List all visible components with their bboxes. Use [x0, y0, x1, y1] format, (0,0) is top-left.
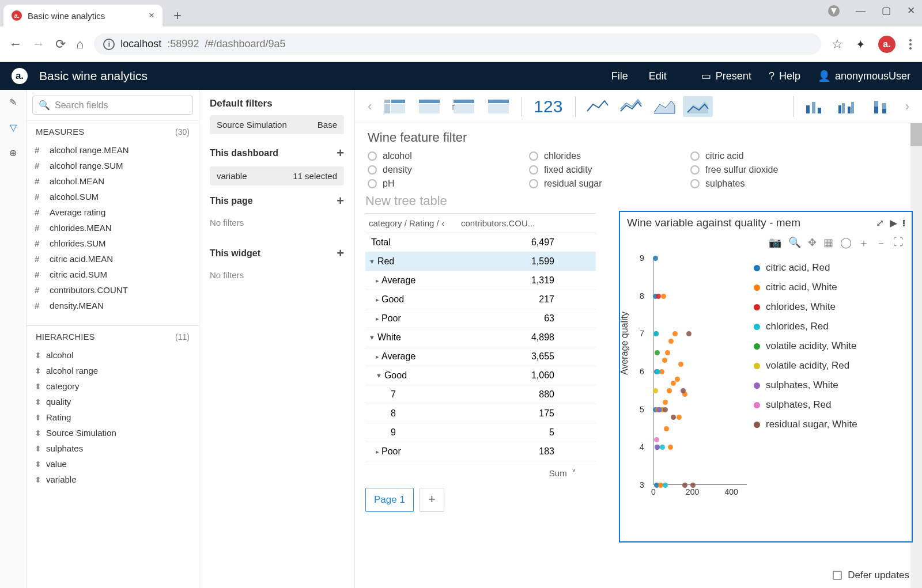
legend-item[interactable]: citric acid, White — [754, 278, 907, 297]
data-point[interactable] — [663, 483, 668, 488]
data-point[interactable] — [665, 350, 670, 355]
data-point[interactable] — [655, 445, 660, 450]
hierarchy-item[interactable]: ⬍Rating — [35, 409, 199, 425]
measure-item[interactable]: #alcohol range.SUM — [35, 158, 199, 173]
viz-pivot-icon[interactable] — [380, 96, 410, 117]
data-point[interactable] — [656, 407, 662, 412]
legend-item[interactable]: chlorides, Red — [754, 317, 907, 336]
play-icon[interactable]: ▶ — [890, 217, 897, 229]
maximize-icon[interactable]: ▢ — [882, 5, 891, 17]
page-1-tab[interactable]: Page 1 — [365, 488, 414, 512]
legend-item[interactable]: volatile acidity, White — [754, 336, 907, 356]
more-icon[interactable] — [903, 219, 905, 227]
legend-item[interactable]: volatile acidity, Red — [754, 356, 907, 375]
data-point[interactable] — [668, 339, 674, 344]
help-button[interactable]: ?Help — [769, 70, 800, 82]
table-row[interactable]: 7880 — [365, 385, 596, 404]
data-point[interactable] — [653, 331, 659, 336]
data-point[interactable] — [690, 483, 696, 488]
extensions-icon[interactable]: ✦ — [856, 37, 866, 51]
present-button[interactable]: ▭Present — [701, 70, 751, 82]
add-widget-filter-icon[interactable]: + — [337, 246, 344, 261]
legend-item[interactable]: citric acid, Red — [754, 258, 907, 278]
data-point[interactable] — [677, 415, 682, 420]
table-footer[interactable]: Sum ˅ — [365, 465, 596, 482]
viz-multiline-icon[interactable] — [616, 96, 646, 117]
data-point[interactable] — [667, 388, 672, 393]
measure-item[interactable]: #chlorides.MEAN — [35, 220, 199, 236]
scroll-left-icon[interactable]: ‹ — [364, 99, 375, 114]
source-simulation-filter[interactable]: Source Simulation Base — [210, 115, 344, 134]
data-point[interactable] — [663, 407, 668, 412]
feature-checkbox[interactable]: alcohol — [368, 151, 529, 161]
feature-checkbox[interactable]: chlorides — [529, 151, 690, 161]
add-page-filter-icon[interactable]: + — [337, 194, 344, 208]
data-point[interactable] — [653, 256, 658, 261]
measure-item[interactable]: #chlorides.SUM — [35, 236, 199, 251]
search-fields-input[interactable]: 🔍 Search fields — [32, 96, 193, 115]
data-point[interactable] — [675, 377, 680, 382]
url-input[interactable]: i localhost:58992/#/dashboard/9a5 — [94, 33, 821, 55]
table-row[interactable]: ▼ Red1,599 — [365, 252, 596, 271]
filter-icon[interactable]: ▽ — [7, 121, 20, 134]
scatter-panel[interactable]: Wine variable against quality - mem ⤢ ▶ … — [619, 211, 913, 543]
viz-bar-grouped-icon[interactable] — [834, 96, 864, 117]
data-point[interactable] — [656, 294, 661, 299]
incognito-icon[interactable]: ▼ — [828, 5, 840, 17]
feature-checkbox[interactable]: fixed acidity — [529, 165, 690, 175]
reload-icon[interactable]: ⟳ — [55, 37, 66, 52]
viz-area-stacked-icon[interactable] — [683, 96, 713, 117]
expand-icon[interactable]: ⤢ — [876, 217, 884, 229]
autoscale-icon[interactable]: ⛶ — [893, 236, 904, 250]
table-row[interactable]: Total6,497 — [365, 233, 596, 252]
legend-item[interactable]: sulphates, White — [754, 375, 907, 395]
viz-grid-icon[interactable] — [483, 96, 513, 117]
hierarchy-item[interactable]: ⬍category — [35, 378, 199, 394]
forward-icon[interactable]: → — [32, 37, 45, 52]
feature-checkbox[interactable]: citric acid — [690, 151, 852, 161]
viz-area-icon[interactable] — [649, 96, 679, 117]
table-row[interactable]: 95 — [365, 423, 596, 442]
feature-checkbox[interactable]: density — [368, 165, 529, 175]
data-point[interactable] — [661, 294, 666, 299]
measure-item[interactable]: #Average rating — [35, 204, 199, 220]
defer-updates[interactable]: Defer updates — [833, 570, 909, 581]
col-category[interactable]: category / Rating / ‹ — [365, 214, 458, 233]
viz-bar-stacked-icon[interactable] — [867, 96, 897, 117]
measure-item[interactable]: #contributors.COUNT — [35, 282, 199, 298]
back-icon[interactable]: ← — [9, 37, 22, 52]
viz-table-icon[interactable] — [414, 96, 444, 117]
viz-number-icon[interactable]: 123 — [529, 97, 567, 116]
legend-item[interactable]: residual sugar, White — [754, 415, 907, 434]
data-point[interactable] — [686, 331, 692, 336]
data-point[interactable] — [681, 388, 686, 393]
table-row[interactable]: ▸ Average1,319 — [365, 271, 596, 290]
add-page-button[interactable]: + — [420, 488, 444, 512]
data-point[interactable] — [671, 415, 676, 420]
data-point[interactable] — [678, 362, 683, 367]
pan-icon[interactable]: ✥ — [808, 236, 817, 250]
table-body[interactable]: Total6,497▼ Red1,599▸ Average1,319▸ Good… — [365, 233, 596, 465]
hierarchies-header[interactable]: HIERARCHIES (11) — [27, 325, 199, 346]
measure-item[interactable]: #alcohol range.MEAN — [35, 142, 199, 158]
lasso-icon[interactable]: ◯ — [840, 236, 852, 250]
bookmark-icon[interactable]: ☆ — [832, 37, 843, 52]
data-point[interactable] — [663, 400, 668, 405]
legend-item[interactable]: chlorides, White — [754, 297, 907, 317]
table-row[interactable]: ▸ Poor183 — [365, 442, 596, 461]
measures-header[interactable]: MEASURES (30) — [27, 120, 199, 141]
chart-area[interactable]: Average quality 34567890200400 — [622, 255, 749, 508]
data-point[interactable] — [662, 358, 667, 363]
hierarchy-item[interactable]: ⬍variable — [35, 472, 199, 487]
plugin-icon[interactable]: ⊕ — [7, 146, 20, 159]
data-point[interactable] — [653, 388, 658, 393]
hierarchy-item[interactable]: ⬍sulphates — [35, 441, 199, 456]
col-contributors[interactable]: contributors.COU... — [458, 214, 567, 233]
table-row[interactable]: ▼ White4,898 — [365, 328, 596, 347]
add-dashboard-filter-icon[interactable]: + — [337, 146, 344, 161]
measure-item[interactable]: #citric acid.MEAN — [35, 251, 199, 267]
table-row[interactable]: ▸ Average3,655 — [365, 347, 596, 366]
table-row[interactable]: ▼ Good1,060 — [365, 366, 596, 385]
viz-bar-icon[interactable] — [800, 96, 830, 117]
hierarchy-item[interactable]: ⬍quality — [35, 394, 199, 409]
